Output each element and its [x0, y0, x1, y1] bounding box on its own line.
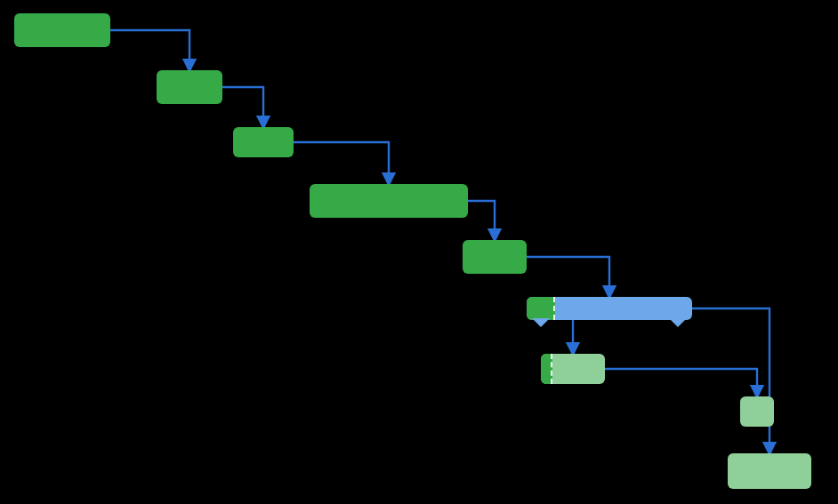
edges-layer	[0, 0, 838, 504]
node-n9	[728, 453, 811, 489]
node-n6	[527, 297, 692, 320]
node-n8	[740, 396, 774, 427]
node-n1	[14, 13, 110, 47]
edge-n5-n6	[527, 257, 609, 297]
node-n2	[157, 70, 222, 104]
node-n7-progress	[541, 354, 552, 384]
banner-notch-icon	[669, 318, 687, 327]
node-n6-progress	[527, 297, 555, 320]
edge-n1-n2	[110, 30, 189, 70]
edge-n2-n3	[222, 87, 263, 127]
node-n5	[463, 240, 527, 274]
node-n3	[233, 127, 294, 157]
banner-notch-icon	[532, 318, 550, 327]
node-n4	[310, 184, 468, 218]
edge-n3-n4	[294, 142, 389, 184]
edge-n6-n9	[692, 308, 770, 453]
edge-n4-n5	[468, 201, 495, 240]
edge-n7-n8	[605, 369, 757, 396]
node-n7	[541, 354, 605, 384]
diagram-stage	[0, 0, 838, 504]
